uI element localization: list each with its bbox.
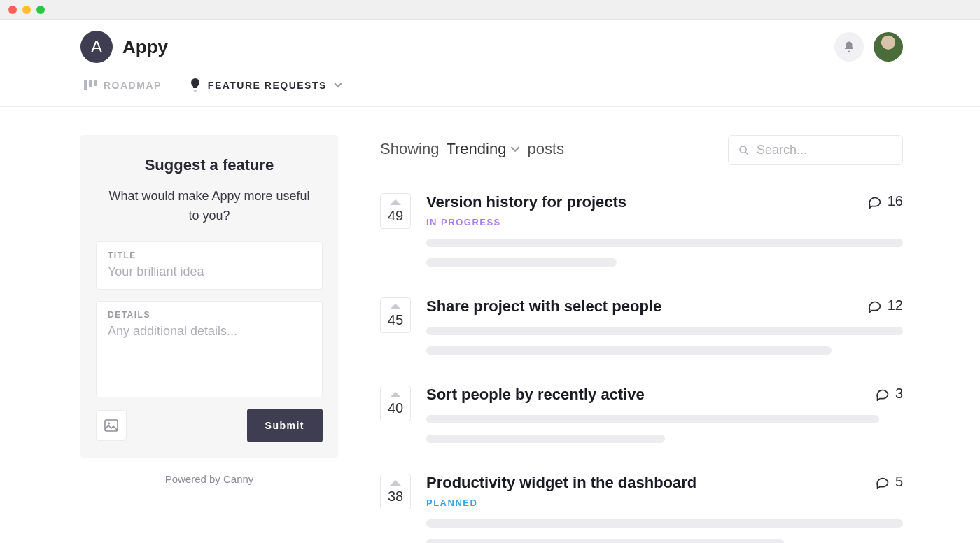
- svg-line-6: [746, 151, 748, 154]
- nav-feature-requests[interactable]: Feature Requests: [190, 78, 342, 92]
- nav-feature-requests-label: Feature Requests: [208, 80, 327, 91]
- showing-prefix: Showing: [380, 140, 439, 158]
- svg-rect-1: [89, 80, 92, 87]
- image-icon: [104, 419, 118, 432]
- feed-header: Showing Trending posts: [380, 135, 903, 165]
- details-input[interactable]: [108, 324, 311, 384]
- comments-link[interactable]: 3: [876, 386, 903, 402]
- post-excerpt-skeleton: [426, 258, 617, 267]
- svg-point-5: [740, 146, 746, 153]
- notifications-button[interactable]: [834, 32, 864, 62]
- powered-by[interactable]: Powered by Canny: [80, 473, 338, 485]
- sort-value: Trending: [446, 140, 506, 158]
- window-close-dot[interactable]: [8, 6, 17, 14]
- post-item: 38 Productivity widget in the dashboard …: [380, 474, 903, 543]
- comment-icon: [868, 195, 882, 209]
- post-excerpt-skeleton: [426, 327, 903, 335]
- post-excerpt-skeleton: [426, 519, 903, 528]
- caret-up-icon: [390, 480, 401, 486]
- post-excerpt-skeleton: [426, 435, 665, 443]
- comment-icon: [876, 475, 890, 489]
- svg-point-4: [108, 422, 110, 424]
- comments-count: 16: [888, 193, 903, 209]
- bell-icon: [843, 41, 855, 53]
- svg-rect-3: [105, 420, 118, 431]
- comments-link[interactable]: 12: [868, 297, 903, 313]
- title-label: Title: [108, 251, 311, 260]
- vote-count: 40: [388, 400, 403, 416]
- attach-image-button[interactable]: [96, 410, 127, 441]
- brand-name: Appy: [122, 36, 168, 58]
- sort-dropdown[interactable]: Trending: [446, 140, 520, 160]
- nav-roadmap[interactable]: Roadmap: [84, 80, 162, 91]
- caret-up-icon: [390, 392, 401, 397]
- lightbulb-icon: [190, 78, 201, 92]
- svg-rect-2: [94, 80, 97, 86]
- search-icon: [738, 144, 750, 157]
- suggest-title: Suggest a feature: [96, 156, 323, 174]
- caret-up-icon: [390, 199, 401, 205]
- post-item: 40 Sort people by recently active 3: [380, 386, 903, 443]
- post-excerpt-skeleton: [426, 239, 903, 247]
- search-input[interactable]: [757, 143, 892, 157]
- post-excerpt-skeleton: [426, 346, 832, 355]
- details-field[interactable]: Details: [96, 301, 323, 397]
- upvote-button[interactable]: 49: [380, 193, 411, 229]
- post-item: 45 Share project with select people 12: [380, 297, 903, 355]
- suggest-actions: Submit: [96, 409, 323, 442]
- post-excerpt-skeleton: [426, 415, 879, 423]
- comments-link[interactable]: 16: [868, 193, 903, 209]
- user-avatar[interactable]: [874, 32, 903, 62]
- post-status: In Progress: [426, 217, 626, 227]
- showing-filter: Showing Trending posts: [380, 140, 564, 160]
- post-title[interactable]: Sort people by recently active: [426, 386, 645, 404]
- details-label: Details: [108, 310, 311, 320]
- post-title[interactable]: Share project with select people: [426, 297, 662, 316]
- suggest-subtitle: What would make Appy more useful to you?: [96, 187, 323, 226]
- vote-count: 45: [388, 312, 403, 328]
- vote-count: 38: [388, 488, 403, 505]
- primary-nav: Roadmap Feature Requests: [0, 69, 980, 107]
- suggest-feature-panel: Suggest a feature What would make Appy m…: [80, 135, 338, 485]
- caret-up-icon: [390, 304, 401, 309]
- roadmap-icon: [84, 80, 97, 90]
- comments-count: 12: [888, 297, 903, 313]
- brand-logo: A: [80, 31, 113, 63]
- post-status: Planned: [426, 498, 696, 508]
- search-field[interactable]: [728, 135, 903, 165]
- vote-count: 49: [388, 208, 403, 224]
- showing-suffix: posts: [527, 140, 564, 158]
- comment-icon: [868, 299, 882, 313]
- upvote-button[interactable]: 40: [380, 386, 411, 421]
- brand[interactable]: A Appy: [80, 31, 168, 63]
- window-minimize-dot[interactable]: [22, 6, 31, 14]
- svg-rect-0: [84, 80, 87, 90]
- post-title[interactable]: Productivity widget in the dashboard: [426, 474, 696, 492]
- chevron-down-icon: [334, 83, 342, 88]
- submit-button[interactable]: Submit: [247, 409, 323, 442]
- chevron-down-icon: [510, 146, 520, 153]
- comments-link[interactable]: 5: [876, 474, 903, 490]
- comments-count: 3: [895, 386, 903, 402]
- post-item: 49 Version history for projects In Progr…: [380, 193, 903, 267]
- title-input[interactable]: [108, 265, 311, 279]
- upvote-button[interactable]: 45: [380, 297, 411, 333]
- header-actions: [834, 32, 903, 62]
- posts-feed: Showing Trending posts 49 Ve: [380, 135, 903, 543]
- window-zoom-dot[interactable]: [36, 6, 45, 14]
- app-header: A Appy: [0, 20, 980, 69]
- title-field[interactable]: Title: [96, 241, 323, 290]
- upvote-button[interactable]: 38: [380, 474, 411, 509]
- post-excerpt-skeleton: [426, 539, 784, 543]
- post-title[interactable]: Version history for projects: [426, 193, 626, 211]
- window-chrome: [0, 0, 980, 20]
- comment-icon: [876, 387, 890, 401]
- nav-roadmap-label: Roadmap: [104, 80, 162, 91]
- comments-count: 5: [895, 474, 903, 490]
- main-content: Suggest a feature What would make Appy m…: [0, 107, 980, 543]
